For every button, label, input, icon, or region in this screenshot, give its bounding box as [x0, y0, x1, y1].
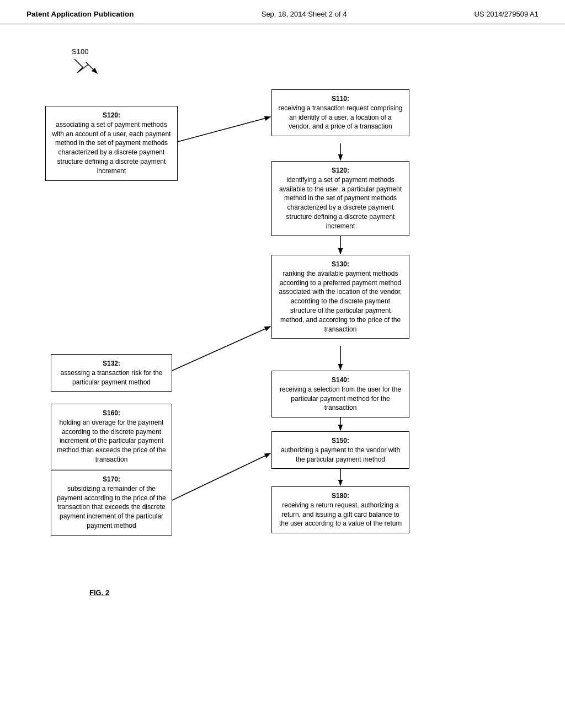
s180-text: receiving a return request, authorizing … — [279, 501, 402, 528]
s120-right-title: S120: — [278, 166, 403, 175]
s160-text: holding an overage for the payment accor… — [57, 419, 166, 463]
s120-left-text: associating a set of payment methods wit… — [52, 121, 171, 175]
s110-title: S110: — [278, 94, 403, 104]
box-s160: S160: holding an overage for the payment… — [51, 404, 172, 469]
s170-text: subsidizing a remainder of the payment a… — [57, 485, 166, 529]
box-s110: S110: receiving a transaction request co… — [271, 89, 409, 136]
s180-title: S180: — [278, 491, 403, 501]
box-s150: S150: authorizing a payment to the vendo… — [271, 431, 409, 469]
s132-text: assessing a transaction risk for the par… — [61, 369, 163, 386]
content-area: S100 — [0, 24, 565, 635]
s130-title: S130: — [278, 260, 403, 269]
s110-text: receiving a transaction request comprisi… — [279, 104, 403, 131]
box-s140: S140: receiving a selection from the use… — [271, 371, 409, 417]
s100-label: S100 — [72, 47, 88, 56]
s170-title: S170: — [57, 475, 166, 484]
s140-text: receiving a selection from the user for … — [280, 386, 401, 412]
s100-arrow — [72, 56, 105, 78]
svg-line-8 — [172, 453, 270, 500]
box-s180: S180: receiving a return request, author… — [271, 486, 409, 533]
s132-title: S132: — [57, 359, 166, 368]
box-s120-right: S120: identifying a set of payment metho… — [271, 161, 409, 236]
header-left: Patent Application Publication — [26, 10, 134, 18]
page: Patent Application Publication Sep. 18, … — [0, 0, 565, 728]
box-s132: S132: assessing a transaction risk for t… — [51, 354, 172, 392]
s160-title: S160: — [57, 409, 166, 418]
s130-text: ranking the available payment methods ac… — [279, 270, 402, 333]
box-s130: S130: ranking the available payment meth… — [271, 255, 409, 339]
box-s170: S170: subsidizing a remainder of the pay… — [51, 470, 172, 536]
s150-title: S150: — [278, 436, 403, 446]
header-center: Sep. 18, 2014 Sheet 2 of 4 — [262, 10, 347, 18]
s140-title: S140: — [278, 376, 403, 385]
diagram-wrapper: S120: associating a set of payment metho… — [34, 89, 531, 613]
fig-label: FIG. 2 — [89, 588, 109, 597]
box-s120-left: S120: associating a set of payment metho… — [45, 106, 178, 181]
header-right: US 2014/279509 A1 — [475, 10, 539, 18]
svg-line-5 — [172, 326, 270, 371]
s120-right-text: identifying a set of payment methods ava… — [279, 176, 402, 230]
s120-left-title: S120: — [51, 111, 172, 120]
svg-line-2 — [178, 117, 270, 142]
s150-text: authorizing a payment to the vendor with… — [281, 446, 400, 463]
page-header: Patent Application Publication Sep. 18, … — [0, 0, 565, 24]
